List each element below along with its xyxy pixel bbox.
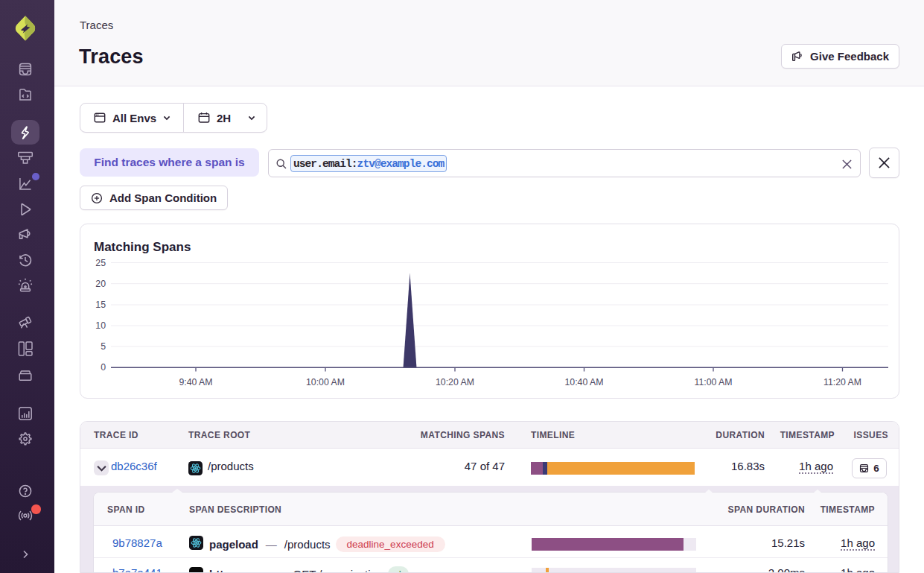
svg-text:9:40 AM: 9:40 AM — [179, 377, 212, 387]
svg-text:10:00 AM: 10:00 AM — [306, 377, 345, 387]
svg-text:0: 0 — [101, 362, 106, 373]
svg-text:10: 10 — [95, 320, 106, 331]
svg-text:11:00 AM: 11:00 AM — [694, 377, 732, 387]
svg-text:10:40 AM: 10:40 AM — [565, 377, 604, 387]
svg-text:25: 25 — [95, 258, 106, 268]
svg-text:5: 5 — [101, 341, 106, 352]
svg-text:15: 15 — [95, 300, 106, 310]
svg-text:11:20 AM: 11:20 AM — [823, 377, 861, 387]
svg-text:10:20 AM: 10:20 AM — [436, 377, 474, 387]
svg-text:20: 20 — [95, 279, 106, 289]
